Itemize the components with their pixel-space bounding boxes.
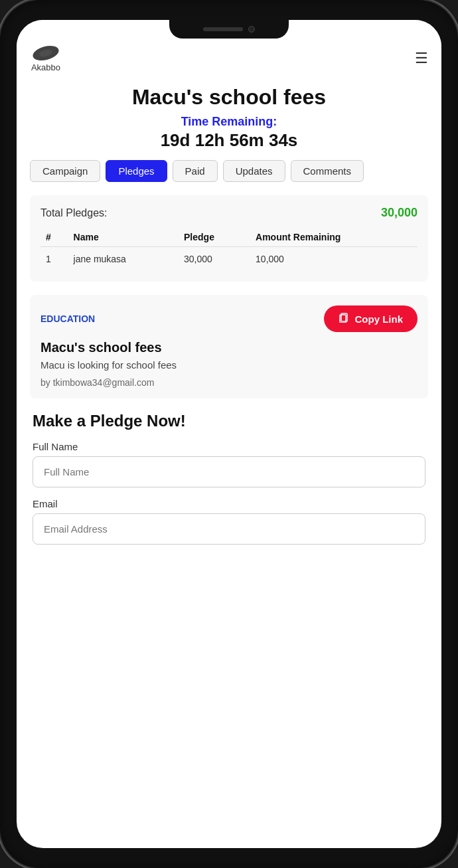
copy-link-label: Copy Link [354, 313, 403, 325]
logo-area: Akabbo [30, 44, 62, 72]
table-row: 1 jane mukasa 30,000 10,000 [40, 247, 418, 272]
tab-campaign[interactable]: Campaign [30, 160, 100, 182]
tab-comments[interactable]: Comments [291, 160, 364, 182]
campaign-card: EDUCATION Copy Link Macu's school fees [30, 295, 428, 398]
full-name-label: Full Name [33, 441, 425, 452]
notch-camera [248, 26, 255, 33]
email-label: Email [33, 498, 425, 509]
logo-text: Akabbo [31, 62, 60, 72]
pledge-form-title: Make a Pledge Now! [33, 412, 425, 430]
tab-paid[interactable]: Paid [173, 160, 218, 182]
col-header-num: # [40, 228, 68, 247]
copy-link-button[interactable]: Copy Link [324, 305, 418, 332]
pledges-total-value: 30,000 [381, 206, 418, 220]
campaign-card-top: EDUCATION Copy Link [40, 305, 418, 332]
email-group: Email [33, 498, 425, 545]
time-remaining-label: Time Remaining: [30, 115, 428, 129]
full-name-group: Full Name [33, 441, 425, 487]
row-name: jane mukasa [68, 247, 179, 272]
notch-speaker [203, 27, 243, 31]
col-header-remaining: Amount Remaining [250, 228, 418, 247]
row-num: 1 [40, 247, 68, 272]
main-content: Macu's school fees Time Remaining: 19d 1… [17, 78, 441, 848]
campaign-category: EDUCATION [40, 313, 95, 324]
phone-frame: Akabbo ☰ Macu's school fees Time Remaini… [0, 0, 458, 868]
copy-icon [339, 312, 349, 325]
pledges-header: Total Pledges: 30,000 [40, 206, 418, 220]
email-input[interactable] [33, 513, 425, 545]
time-remaining-value: 19d 12h 56m 34s [30, 130, 428, 151]
campaign-card-description: Macu is looking for school fees [40, 359, 418, 371]
col-header-pledge: Pledge [179, 228, 250, 247]
tab-pledges[interactable]: Pledges [106, 160, 167, 182]
tabs: Campaign Pledges Paid Updates Comments [30, 160, 428, 182]
pledge-form-section: Make a Pledge Now! Full Name Email [30, 412, 428, 545]
tab-updates[interactable]: Updates [223, 160, 285, 182]
phone-screen: Akabbo ☰ Macu's school fees Time Remaini… [17, 20, 441, 848]
col-header-name: Name [68, 228, 179, 247]
campaign-card-title: Macu's school fees [40, 340, 418, 355]
hamburger-icon[interactable]: ☰ [415, 51, 428, 66]
campaign-card-by: by tkimbowa34@gmail.com [40, 377, 418, 388]
logo-icon [30, 44, 62, 62]
row-remaining: 10,000 [250, 247, 418, 272]
page-title: Macu's school fees [30, 84, 428, 110]
notch [169, 20, 289, 39]
pledges-section: Total Pledges: 30,000 # Name Pledge Amou… [30, 195, 428, 282]
row-pledge: 30,000 [179, 247, 250, 272]
full-name-input[interactable] [33, 456, 425, 487]
pledge-table: # Name Pledge Amount Remaining 1 jane mu… [40, 228, 418, 271]
pledges-total-label: Total Pledges: [40, 207, 108, 219]
